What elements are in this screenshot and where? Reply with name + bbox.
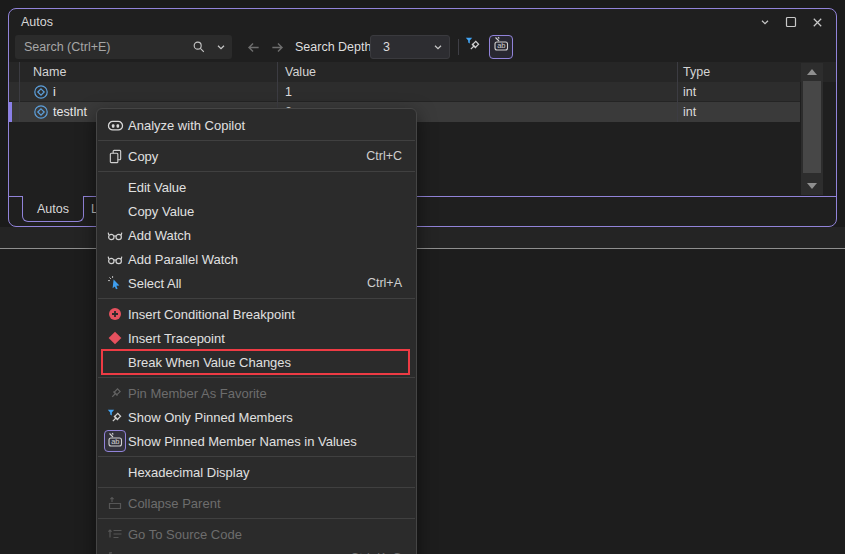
menu-item-edit-value[interactable]: Edit Value bbox=[97, 175, 416, 199]
ab-pin-icon: ab bbox=[492, 36, 510, 58]
search-depth-label: Search Depth: bbox=[295, 40, 375, 54]
svg-text:ab: ab bbox=[111, 437, 119, 446]
column-header-value[interactable]: Value bbox=[285, 65, 316, 79]
menu-item-break-when-value-changes[interactable]: Break When Value Changes bbox=[97, 350, 416, 374]
menu-item-go-to-disassembly: Go To DisassemblyCtrl+K, G bbox=[97, 546, 416, 554]
menu-item-label: Add Parallel Watch bbox=[128, 252, 416, 267]
menu-item-label: Hexadecimal Display bbox=[128, 465, 416, 480]
goto-source-icon bbox=[104, 526, 126, 542]
tab-autos[interactable]: Autos bbox=[22, 196, 84, 222]
column-header-name[interactable]: Name bbox=[33, 65, 66, 79]
search-depth-dropdown[interactable]: 3 bbox=[370, 35, 450, 59]
search-icon[interactable] bbox=[188, 35, 210, 59]
goto-disassembly-icon bbox=[104, 550, 126, 554]
collapse-parent-icon bbox=[104, 495, 126, 511]
search-options-chevron-icon[interactable] bbox=[210, 35, 232, 59]
menu-item-shortcut: Ctrl+C bbox=[366, 149, 416, 163]
pin-icon bbox=[104, 386, 126, 401]
menu-item-go-to-source-code: Go To Source Code bbox=[97, 522, 416, 546]
menu-item-insert-conditional-breakpoint[interactable]: Insert Conditional Breakpoint bbox=[97, 302, 416, 326]
show-pinned-names-toggle-button[interactable]: ab bbox=[489, 35, 513, 59]
menu-item-show-only-pinned-members[interactable]: Show Only Pinned Members bbox=[97, 405, 416, 429]
menu-item-shortcut: Ctrl+A bbox=[367, 276, 416, 290]
menu-item-label: Add Watch bbox=[128, 228, 416, 243]
toolbar-separator bbox=[458, 39, 459, 55]
search-input[interactable]: Search (Ctrl+E) bbox=[15, 35, 232, 59]
context-menu: Analyze with CopilotCopyCtrl+CEdit Value… bbox=[96, 108, 417, 554]
variable-icon bbox=[33, 84, 49, 100]
cell-type: int bbox=[683, 105, 696, 119]
copy-icon bbox=[104, 149, 126, 164]
menu-item-hexadecimal-display[interactable]: Hexadecimal Display bbox=[97, 460, 416, 484]
tracepoint-icon bbox=[104, 330, 126, 346]
menu-item-pin-member-as-favorite: Pin Member As Favorite bbox=[97, 381, 416, 405]
menu-separator bbox=[98, 171, 415, 172]
search-placeholder: Search (Ctrl+E) bbox=[15, 40, 188, 54]
cell-value[interactable]: 1 bbox=[285, 85, 292, 99]
forward-arrow-icon[interactable] bbox=[265, 35, 289, 59]
back-arrow-icon[interactable] bbox=[241, 35, 265, 59]
conditional-breakpoint-icon bbox=[104, 306, 126, 322]
pin-filter-icon bbox=[104, 409, 126, 426]
scrollbar-thumb[interactable] bbox=[803, 81, 821, 173]
menu-item-select-all[interactable]: Select AllCtrl+A bbox=[97, 271, 416, 295]
column-divider[interactable] bbox=[677, 62, 678, 122]
maximize-button[interactable] bbox=[778, 12, 804, 32]
menu-item-label: Break When Value Changes bbox=[128, 355, 416, 370]
vertical-scrollbar[interactable] bbox=[801, 63, 823, 195]
variable-icon bbox=[33, 104, 49, 120]
screenshot-stage: Autos Search (Ctrl+E) Search Depth: 3 ab… bbox=[0, 0, 845, 554]
column-header-type[interactable]: Type bbox=[683, 65, 710, 79]
glasses-icon bbox=[104, 227, 126, 243]
menu-item-copy-value[interactable]: Copy Value bbox=[97, 199, 416, 223]
search-depth-value: 3 bbox=[371, 40, 427, 54]
menu-separator bbox=[98, 140, 415, 141]
column-divider[interactable] bbox=[19, 62, 20, 122]
menu-separator bbox=[98, 487, 415, 488]
ab-pin-icon: ab bbox=[104, 430, 126, 452]
menu-item-label: Show Pinned Member Names in Values bbox=[128, 434, 416, 449]
table-row[interactable]: i1int bbox=[9, 82, 800, 102]
menu-item-insert-tracepoint[interactable]: Insert Tracepoint bbox=[97, 326, 416, 350]
dropdown-chevron-icon bbox=[427, 35, 449, 59]
window-title: Autos bbox=[21, 15, 53, 29]
menu-item-label: Pin Member As Favorite bbox=[128, 386, 416, 401]
menu-separator bbox=[98, 456, 415, 457]
cell-type: int bbox=[683, 85, 696, 99]
show-only-pinned-button[interactable] bbox=[461, 35, 485, 59]
menu-item-collapse-parent: Collapse Parent bbox=[97, 491, 416, 515]
scroll-down-arrow-icon[interactable] bbox=[801, 179, 823, 193]
menu-item-add-watch[interactable]: Add Watch bbox=[97, 223, 416, 247]
cell-name[interactable]: i bbox=[53, 85, 56, 99]
toolbar: Search (Ctrl+E) Search Depth: 3 ab bbox=[9, 34, 836, 61]
window-position-button[interactable] bbox=[752, 12, 778, 32]
menu-item-copy[interactable]: CopyCtrl+C bbox=[97, 144, 416, 168]
close-button[interactable] bbox=[804, 12, 830, 32]
menu-item-label: Edit Value bbox=[128, 180, 416, 195]
menu-item-label: Collapse Parent bbox=[128, 496, 416, 511]
menu-item-label: Insert Tracepoint bbox=[128, 331, 416, 346]
menu-item-add-parallel-watch[interactable]: Add Parallel Watch bbox=[97, 247, 416, 271]
pin-filter-icon bbox=[465, 37, 482, 58]
menu-separator bbox=[98, 377, 415, 378]
menu-item-label: Go To Source Code bbox=[128, 527, 416, 542]
selection-bar bbox=[9, 102, 12, 122]
cell-name[interactable]: testInt bbox=[53, 105, 87, 119]
menu-item-label: Go To Disassembly bbox=[128, 551, 350, 554]
glasses-icon bbox=[104, 251, 126, 267]
window-controls bbox=[752, 12, 830, 32]
copilot-icon bbox=[104, 117, 126, 134]
menu-item-label: Show Only Pinned Members bbox=[128, 410, 416, 425]
menu-item-label: Insert Conditional Breakpoint bbox=[128, 307, 416, 322]
grid-header-row: Name Value Type bbox=[9, 62, 836, 82]
scroll-up-arrow-icon[interactable] bbox=[801, 65, 823, 79]
menu-item-label: Analyze with Copilot bbox=[128, 118, 416, 133]
titlebar: Autos bbox=[9, 9, 836, 35]
menu-item-label: Select All bbox=[128, 276, 367, 291]
menu-separator bbox=[98, 518, 415, 519]
menu-item-analyze-with-copilot[interactable]: Analyze with Copilot bbox=[97, 113, 416, 137]
menu-item-label: Copy bbox=[128, 149, 366, 164]
menu-item-show-pinned-member-names-in-values[interactable]: abShow Pinned Member Names in Values bbox=[97, 429, 416, 453]
svg-text:ab: ab bbox=[497, 41, 505, 50]
select-cursor-icon bbox=[104, 275, 126, 291]
